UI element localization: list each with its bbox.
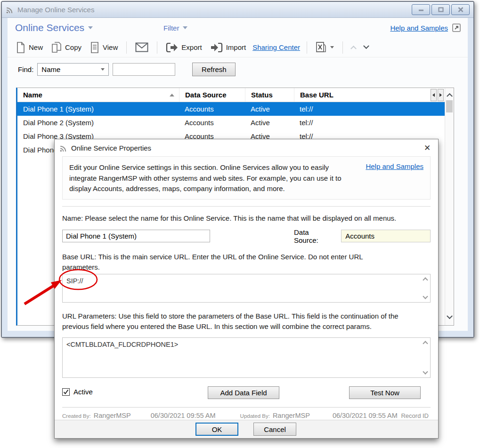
scroll-up-icon[interactable] xyxy=(423,341,428,346)
copy-icon xyxy=(51,42,62,53)
excel-export-button[interactable] xyxy=(314,40,336,55)
toolbar-separator xyxy=(307,41,307,54)
scroll-down-icon[interactable] xyxy=(423,369,428,374)
move-up-button[interactable] xyxy=(350,44,358,50)
copy-label: Copy xyxy=(65,43,81,51)
column-label: Base URL xyxy=(300,91,334,99)
new-document-icon xyxy=(16,42,25,53)
minimize-button[interactable] xyxy=(412,4,430,15)
test-now-button[interactable]: Test Now xyxy=(349,386,421,399)
cancel-button[interactable]: Cancel xyxy=(253,423,296,436)
scroll-right-button[interactable] xyxy=(438,89,444,101)
move-down-button[interactable] xyxy=(362,44,370,50)
url-parameters-label: URL Parameters: Use this field to store … xyxy=(62,311,420,332)
divider xyxy=(62,206,431,207)
data-source-field: Accounts xyxy=(341,230,431,242)
cell-name: Dial Phone 1 (System) xyxy=(17,105,179,113)
record-id-label: Record ID xyxy=(401,412,429,419)
column-label: Data Source xyxy=(185,91,227,99)
column-label: Status xyxy=(251,91,273,99)
new-label: New xyxy=(29,43,43,51)
filter-dropdown[interactable]: Filter xyxy=(163,24,179,32)
scroll-down-icon[interactable] xyxy=(423,294,428,299)
cell-name: Dial Phone 2 (System) xyxy=(17,119,179,127)
app-rss-icon xyxy=(6,6,14,14)
scroll-up-icon[interactable] xyxy=(447,93,453,99)
dialog-titlebar[interactable]: Online Service Properties ✕ xyxy=(55,139,438,156)
name-row: Data Source: Accounts xyxy=(62,228,431,244)
created-by-value: RangerMSP xyxy=(94,412,131,419)
data-source-label: Data Source: xyxy=(294,228,334,244)
view-button[interactable]: View xyxy=(88,41,120,54)
scroll-up-icon[interactable] xyxy=(423,278,428,283)
excel-icon xyxy=(316,41,327,54)
view-label: View xyxy=(103,43,118,51)
toolbar-separator xyxy=(126,41,127,54)
scroll-left-button[interactable] xyxy=(431,89,437,101)
toolbar-separator xyxy=(157,41,157,54)
column-header-data-source[interactable]: Data Source xyxy=(179,88,245,102)
filter-caret-icon[interactable] xyxy=(183,26,187,29)
export-button[interactable]: Export xyxy=(164,41,203,54)
table-row[interactable]: Dial Phone 1 (System) Accounts Active te… xyxy=(17,102,447,116)
column-header-name[interactable]: Name xyxy=(17,88,179,102)
updated-by-value: RangerMSP xyxy=(273,412,310,419)
refresh-button[interactable]: Refresh xyxy=(192,63,236,76)
table-row[interactable]: Dial Phone 2 (System) Accounts Active te… xyxy=(17,116,447,129)
cell-data-source: Accounts xyxy=(179,119,245,127)
active-row: Active Add Data Field Test Now xyxy=(62,386,431,400)
email-button[interactable] xyxy=(133,41,150,53)
cell-data-source: Accounts xyxy=(179,105,245,113)
arrow-left-icon xyxy=(432,93,435,97)
import-button[interactable]: Import xyxy=(209,41,248,54)
dialog-help-and-samples-link[interactable]: Help and Samples xyxy=(366,162,423,170)
column-header-base-url[interactable]: Base URL xyxy=(294,88,454,102)
column-header-status[interactable]: Status xyxy=(245,88,294,102)
base-url-textarea[interactable]: SIP:// xyxy=(62,274,431,303)
service-name-input[interactable] xyxy=(62,230,210,242)
maximize-button[interactable] xyxy=(431,4,450,15)
toolbar: New Copy View xyxy=(8,38,468,57)
titlebar[interactable]: Manage Online Services xyxy=(2,2,473,18)
name-field-label: Name: Please select the name for this On… xyxy=(62,213,431,224)
page-title[interactable]: Online Services xyxy=(15,22,84,33)
url-parameters-value: <CMTLBLDATA_FLDCRDPHONE1> xyxy=(66,341,178,348)
active-checkbox[interactable] xyxy=(62,388,70,396)
divider xyxy=(62,407,431,408)
sharing-center-link[interactable]: Sharing Center xyxy=(252,43,300,51)
cell-base-url: tel:// xyxy=(294,105,447,113)
arrow-right-icon xyxy=(439,93,442,97)
page-title-caret-icon[interactable] xyxy=(88,26,93,29)
page-header: Online Services Filter Help and Samples xyxy=(8,18,468,38)
base-url-value: SIP:// xyxy=(66,277,83,285)
description-panel: Edit your Online Service settings in thi… xyxy=(62,156,431,200)
cell-status: Active xyxy=(245,119,294,127)
dialog-description: Edit your Online Service settings in thi… xyxy=(69,162,357,194)
created-by-label: Created By: xyxy=(62,413,91,419)
dialog-close-icon[interactable]: ✕ xyxy=(421,143,433,152)
find-row: Find: Name Refresh xyxy=(8,57,468,81)
url-parameters-textarea[interactable]: <CMTLBLDATA_FLDCRDPHONE1> xyxy=(62,337,431,378)
find-field-select[interactable]: Name xyxy=(37,63,109,76)
updated-by-label: Updated By: xyxy=(240,413,270,419)
add-data-field-button[interactable]: Add Data Field xyxy=(208,386,279,399)
find-field-value: Name xyxy=(41,65,60,73)
copy-button[interactable]: Copy xyxy=(49,41,83,54)
created-at-value: 06/30/2021 09:55 AM xyxy=(151,412,216,419)
toolbar-separator xyxy=(342,41,343,54)
excel-caret-icon xyxy=(330,46,334,48)
vertical-scrollbar[interactable] xyxy=(445,88,454,325)
external-link-icon[interactable] xyxy=(452,23,461,32)
find-search-input[interactable] xyxy=(113,63,175,76)
close-button[interactable] xyxy=(451,4,470,15)
chevron-down-icon xyxy=(363,43,369,49)
cell-base-url: tel:// xyxy=(294,119,447,127)
new-button[interactable]: New xyxy=(14,41,45,54)
scrollbar-thumb[interactable] xyxy=(446,100,453,112)
scroll-down-icon[interactable] xyxy=(447,313,453,319)
ok-button[interactable]: OK xyxy=(195,423,238,436)
online-service-properties-dialog: Online Service Properties ✕ Edit your On… xyxy=(54,139,439,439)
audit-row: Created By: RangerMSP 06/30/2021 09:55 A… xyxy=(62,412,431,419)
cell-status: Active xyxy=(245,105,294,113)
help-and-samples-link[interactable]: Help and Samples xyxy=(390,24,448,32)
